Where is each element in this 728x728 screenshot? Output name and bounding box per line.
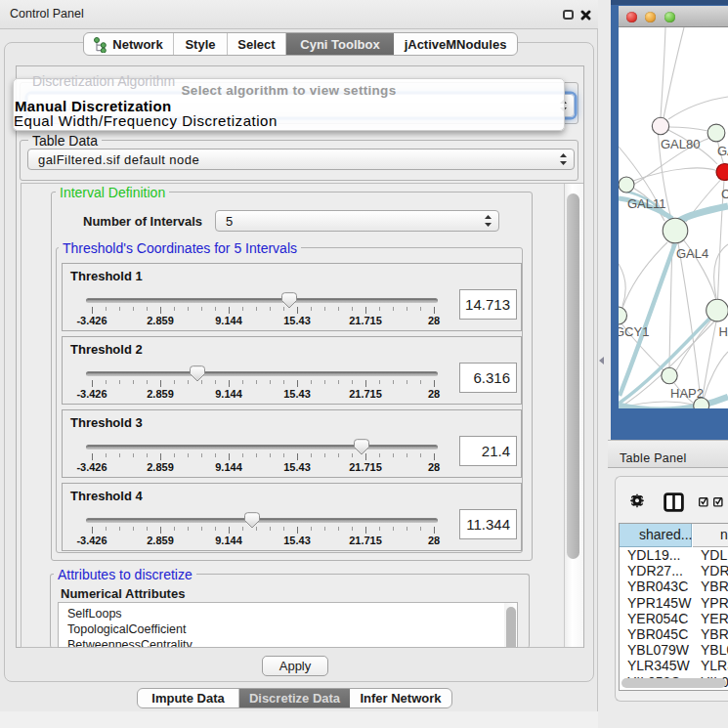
svg-text:GCY1: GCY1 bbox=[619, 324, 649, 339]
svg-text:HAP2: HAP2 bbox=[670, 386, 704, 401]
svg-text:GAL11: GAL11 bbox=[627, 196, 666, 211]
svg-text:GA: GA bbox=[717, 144, 728, 158]
svg-text:GAL4: GAL4 bbox=[676, 246, 708, 261]
svg-text:HA: HA bbox=[719, 324, 728, 339]
svg-text:GAL80: GAL80 bbox=[661, 137, 700, 151]
svg-text:CB: CB bbox=[721, 187, 728, 201]
